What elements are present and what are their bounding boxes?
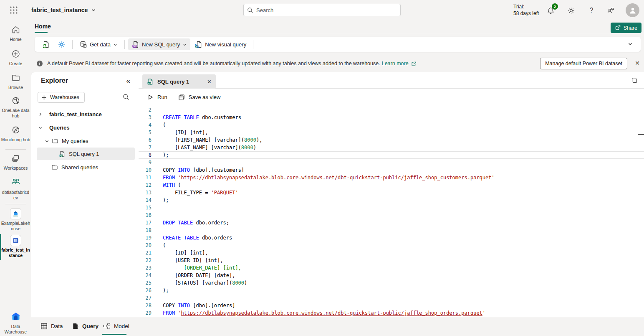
global-search bbox=[243, 4, 401, 16]
view-tab-query[interactable]: Query bbox=[72, 317, 98, 335]
code-line[interactable]: 7 [LAST_NAME] [varchar](8000) bbox=[139, 144, 644, 151]
workspace-name: fabric_test_instance bbox=[31, 7, 88, 13]
collapse-ribbon-chevron[interactable] bbox=[627, 41, 633, 47]
nav-item-data-warehouse[interactable]: Data Warehouse bbox=[0, 311, 31, 335]
code-line[interactable]: 27 bbox=[139, 294, 644, 302]
new-visual-query-button[interactable]: New visual query bbox=[191, 38, 250, 50]
code-line[interactable]: 17DROP TABLE dbo.orders; bbox=[139, 219, 644, 227]
home-tab-underline bbox=[35, 32, 48, 33]
code-line[interactable]: 23 -- [ORDER_DATE] [int], bbox=[139, 264, 644, 272]
nav-item-examplelakehouse[interactable]: ExampleLakehouse bbox=[0, 208, 31, 232]
warehouses-button[interactable]: Warehouses bbox=[38, 92, 85, 103]
code-line[interactable]: 13 FILE_TYPE = 'PARQUET' bbox=[139, 189, 644, 196]
collapse-explorer-icon[interactable]: « bbox=[126, 77, 130, 85]
nav-item-browse[interactable]: Browse bbox=[0, 73, 31, 90]
settings-button[interactable] bbox=[566, 6, 576, 15]
chevron-down-icon bbox=[182, 42, 187, 47]
nav-item-workspaces[interactable]: Workspaces bbox=[0, 154, 31, 171]
code-line[interactable]: 12WITH ( bbox=[139, 181, 644, 189]
code-line[interactable]: 28COPY INTO [dbo].[orders] bbox=[139, 302, 644, 309]
chevron-down-icon bbox=[91, 8, 96, 13]
app-launcher-icon[interactable] bbox=[9, 5, 18, 15]
line-number: 25 bbox=[139, 279, 152, 287]
banner-close-icon[interactable]: ✕ bbox=[635, 60, 640, 66]
svg-text:SQL: SQL bbox=[148, 82, 152, 84]
learn-more-link[interactable]: Learn more bbox=[382, 61, 409, 66]
top-header: fabric_test_instance Trial: 58 days left… bbox=[0, 0, 644, 20]
nav-item-dbtlabsfabricdev[interactable]: dbtlabsfabricdev bbox=[0, 177, 31, 201]
code-line[interactable]: 22 [USER_ID] [int], bbox=[139, 257, 644, 264]
nav-item-create[interactable]: Create bbox=[0, 49, 31, 66]
code-line[interactable]: 6 [FIRST_NAME] [varchar](8000), bbox=[139, 136, 644, 144]
code-line[interactable]: 24 [ORDER_DATE] [date], bbox=[139, 272, 644, 279]
code-text: [ID] [int], bbox=[163, 249, 208, 257]
view-tab-model[interactable]: Model bbox=[103, 317, 129, 335]
code-line[interactable]: 18 bbox=[139, 227, 644, 234]
explorer-search-icon[interactable] bbox=[123, 94, 129, 100]
code-line[interactable]: 26); bbox=[139, 287, 644, 294]
code-text: DROP TABLE dbo.orders; bbox=[163, 219, 229, 227]
close-tab-icon[interactable]: ✕ bbox=[207, 79, 212, 85]
view-tab-data[interactable]: Data bbox=[40, 317, 63, 335]
code-text: [ORDER_DATE] [date], bbox=[163, 272, 235, 279]
avatar[interactable] bbox=[626, 3, 639, 17]
gear-icon bbox=[58, 41, 66, 48]
line-number: 9 bbox=[139, 159, 152, 166]
trial-status: Trial: 58 days left bbox=[513, 3, 539, 17]
tree-item-sql-query-1[interactable]: SQL SQL query 1 bbox=[37, 148, 135, 160]
refresh-dataset-button[interactable] bbox=[39, 38, 53, 50]
line-number: 23 bbox=[139, 264, 152, 272]
tree-item-my-queries[interactable]: My queries bbox=[37, 135, 135, 147]
save-as-view-button[interactable]: Save as view bbox=[178, 94, 221, 101]
code-line[interactable]: 19CREATE TABLE dbo.orders bbox=[139, 234, 644, 242]
nav-item-home[interactable]: Home bbox=[0, 25, 31, 42]
settings-ribbon-button[interactable] bbox=[54, 38, 69, 50]
nav-item-monitoring-hub[interactable]: Monitoring hub bbox=[0, 125, 31, 143]
tree-item-warehouse[interactable]: fabric_test_instance bbox=[37, 108, 135, 120]
code-line[interactable]: 29FROM 'https://dbtlabsynapsedatalake.bl… bbox=[139, 309, 644, 317]
code-line[interactable]: 3CREATE TABLE dbo.customers bbox=[139, 114, 644, 121]
code-text: COPY INTO [dbo].[orders] bbox=[163, 302, 235, 309]
line-number: 22 bbox=[139, 257, 152, 264]
code-line[interactable]: 20( bbox=[139, 242, 644, 249]
query-tab-sql-query-1[interactable]: SQL SQL query 1 ✕ bbox=[142, 74, 216, 89]
code-line[interactable]: 21 [ID] [int], bbox=[139, 249, 644, 257]
share-button[interactable]: Share bbox=[611, 23, 641, 33]
workspace-switcher[interactable]: fabric_test_instance bbox=[31, 0, 96, 20]
run-button[interactable]: Run bbox=[147, 94, 167, 100]
line-number: 26 bbox=[139, 287, 152, 294]
code-line[interactable]: 16 bbox=[139, 211, 644, 219]
code-line[interactable]: 15 bbox=[139, 204, 644, 211]
code-line[interactable]: 11FROM 'https://dbtlabsynapsedatalake.bl… bbox=[139, 174, 644, 181]
tab-home[interactable]: Home bbox=[35, 21, 51, 31]
code-line[interactable]: 25 [STATUS] [varchar](8000) bbox=[139, 279, 644, 287]
code-line[interactable]: 4( bbox=[139, 121, 644, 129]
feedback-icon[interactable] bbox=[606, 6, 615, 15]
get-data-label: Get data bbox=[90, 41, 111, 48]
code-line[interactable]: 9 bbox=[139, 159, 644, 166]
code-text: ( bbox=[163, 121, 166, 129]
help-button[interactable]: ? bbox=[587, 6, 596, 15]
run-icon bbox=[147, 94, 154, 100]
nav-item-fabric-test-instance[interactable]: fabric_test_instance bbox=[0, 235, 31, 258]
code-line[interactable]: 10COPY INTO [dbo].[customers] bbox=[139, 166, 644, 174]
code-text: FROM 'https://dbtlabsynapsedatalake.blob… bbox=[163, 309, 485, 317]
tree-item-shared-queries[interactable]: Shared queries bbox=[37, 161, 135, 173]
code-line[interactable]: 14); bbox=[139, 196, 644, 204]
trial-label: Trial: bbox=[513, 3, 539, 10]
tree-item-queries[interactable]: Queries bbox=[37, 121, 135, 134]
get-data-button[interactable]: Get data bbox=[76, 38, 121, 50]
search-input[interactable] bbox=[256, 7, 397, 13]
manage-dataset-button[interactable]: Manage default Power BI dataset bbox=[540, 58, 627, 69]
code-line[interactable]: 2 bbox=[139, 106, 644, 114]
query-pane: SQL SQL query 1 ✕ bbox=[139, 72, 644, 317]
copy-icon[interactable] bbox=[631, 76, 638, 84]
code-text: CREATE TABLE dbo.customers bbox=[163, 114, 241, 121]
sql-code-editor[interactable]: 23CREATE TABLE dbo.customers4(5 [ID] [in… bbox=[139, 106, 644, 317]
code-line[interactable]: 8); bbox=[139, 151, 644, 159]
nav-item-onelake-data-hub[interactable]: OneLake data hub bbox=[0, 96, 31, 119]
code-line[interactable]: 5 [ID] [int], bbox=[139, 129, 644, 136]
data-warehouse-icon bbox=[10, 311, 21, 321]
sql-file-icon: SQL bbox=[146, 78, 154, 85]
new-sql-query-button[interactable]: SQL New SQL query bbox=[128, 38, 190, 50]
